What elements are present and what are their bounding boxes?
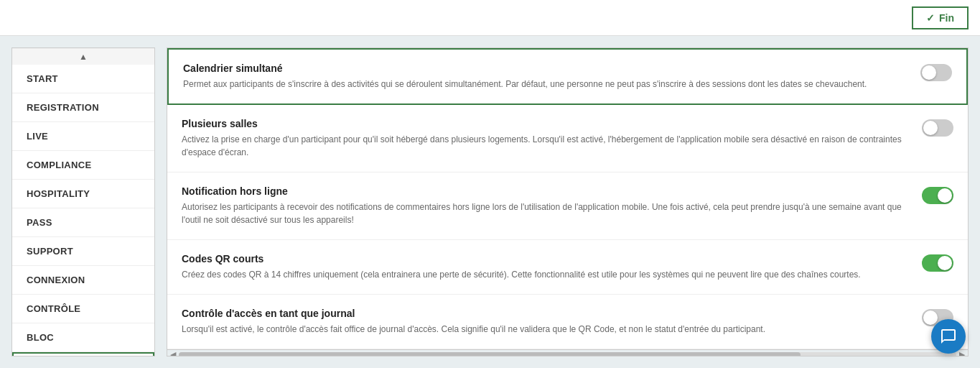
settings-item-text-plusieurs-salles: Plusieurs sallesActivez la prise en char… xyxy=(182,118,922,159)
sidebar-item-connexion[interactable]: CONNEXION xyxy=(12,266,154,295)
fin-button[interactable]: ✓ Fin xyxy=(912,6,969,29)
content-panel: Calendrier simultanéPermet aux participa… xyxy=(167,47,969,356)
settings-item-desc-notification-hors-ligne: Autorisez les participants à recevoir de… xyxy=(182,201,907,226)
scroll-track[interactable] xyxy=(179,352,956,357)
sidebar-item-compliance[interactable]: COMPLIANCE xyxy=(12,151,154,180)
settings-item-desc-codes-qr: Créez des codes QR à 14 chiffres uniquem… xyxy=(182,268,907,281)
toggle-calendrier[interactable] xyxy=(920,64,952,81)
settings-item-desc-calendrier: Permet aux participants de s'inscrire à … xyxy=(183,78,906,91)
sidebar-item-bloc[interactable]: BLOC xyxy=(12,323,154,352)
chat-icon xyxy=(940,328,957,345)
sidebar-item-registration[interactable]: REGISTRATION xyxy=(12,93,154,122)
settings-item-title-controle-acces: Contrôle d'accès en tant que journal xyxy=(182,308,907,319)
settings-item-text-controle-acces: Contrôle d'accès en tant que journalLors… xyxy=(182,308,922,336)
main-content: ▲ STARTREGISTRATIONLIVECOMPLIANCEHOSPITA… xyxy=(0,36,980,368)
settings-item-title-codes-qr: Codes QR courts xyxy=(182,253,907,264)
scroll-thumb xyxy=(179,352,801,357)
settings-item-title-notification-hors-ligne: Notification hors ligne xyxy=(182,185,907,197)
settings-item-calendrier: Calendrier simultanéPermet aux participa… xyxy=(167,48,968,105)
settings-item-desc-controle-acces: Lorsqu'il est activé, le contrôle d'accè… xyxy=(182,323,907,336)
settings-item-title-calendrier: Calendrier simultané xyxy=(183,63,906,74)
settings-item-text-notification-hors-ligne: Notification hors ligneAutorisez les par… xyxy=(182,185,922,226)
sidebar-item-live[interactable]: LIVE xyxy=(12,122,154,151)
sidebar-item-extra[interactable]: EXTRA xyxy=(12,352,154,356)
toggle-codes-qr[interactable] xyxy=(922,254,953,272)
sidebar-scroll-up[interactable]: ▲ xyxy=(12,48,154,65)
check-icon: ✓ xyxy=(926,12,935,24)
settings-item-title-plusieurs-salles: Plusieurs salles xyxy=(182,118,907,129)
fin-label: Fin xyxy=(939,12,954,24)
settings-item-plusieurs-salles: Plusieurs sallesActivez la prise en char… xyxy=(167,105,968,172)
sidebar-item-start[interactable]: START xyxy=(12,65,154,93)
sidebar-item-controle[interactable]: CONTRÔLE xyxy=(12,295,154,323)
settings-item-desc-plusieurs-salles: Activez la prise en charge d'un particip… xyxy=(182,133,907,159)
toggle-notification-hors-ligne[interactable] xyxy=(922,187,953,204)
top-bar: ✓ Fin xyxy=(0,0,980,36)
chat-bubble[interactable] xyxy=(931,319,966,354)
settings-item-controle-acces: Contrôle d'accès en tant que journalLors… xyxy=(167,295,968,349)
settings-item-notification-hors-ligne: Notification hors ligneAutorisez les par… xyxy=(167,172,968,240)
settings-item-codes-qr: Codes QR courtsCréez des codes QR à 14 c… xyxy=(167,240,968,295)
sidebar-item-pass[interactable]: PASS xyxy=(12,208,154,237)
settings-item-text-calendrier: Calendrier simultanéPermet aux participa… xyxy=(183,63,920,91)
bottom-scrollbar[interactable]: ◀ ▶ xyxy=(167,349,968,356)
sidebar: ▲ STARTREGISTRATIONLIVECOMPLIANCEHOSPITA… xyxy=(11,47,155,356)
settings-item-text-codes-qr: Codes QR courtsCréez des codes QR à 14 c… xyxy=(182,253,922,281)
sidebar-item-support[interactable]: SUPPORT xyxy=(12,237,154,266)
sidebar-item-hospitality[interactable]: HOSPITALITY xyxy=(12,180,154,208)
toggle-plusieurs-salles[interactable] xyxy=(922,119,953,137)
